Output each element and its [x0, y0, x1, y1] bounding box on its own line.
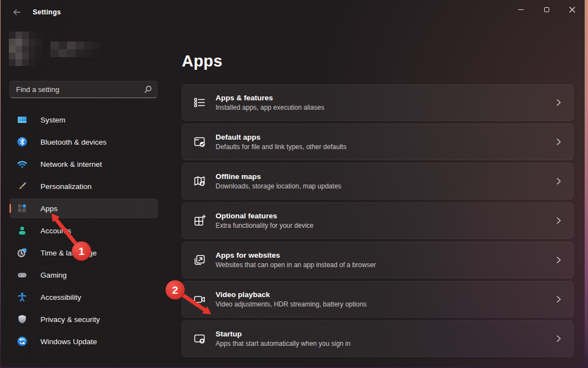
sidebar-item-accounts[interactable]: Accounts	[9, 221, 158, 241]
bluetooth-icon	[17, 136, 28, 147]
sidebar-item-network[interactable]: Network & internet	[9, 154, 158, 174]
sidebar-item-label: Accessibility	[40, 293, 81, 301]
maximize-button[interactable]	[534, 0, 559, 19]
sidebar-item-system[interactable]: System	[9, 110, 158, 130]
titlebar: Settings	[1, 0, 585, 24]
card-subtitle: Extra functionality for your device	[216, 222, 555, 229]
close-button[interactable]	[559, 0, 585, 19]
accounts-person-icon	[17, 225, 28, 236]
sidebar-item-personalization[interactable]: Personalization	[9, 176, 158, 196]
system-icon	[17, 114, 28, 125]
card-title: Video playback	[216, 290, 555, 299]
card-title: Optional features	[216, 212, 555, 220]
sidebar-item-gaming[interactable]: Gaming	[9, 265, 158, 285]
privacy-shield-icon	[17, 314, 28, 325]
card-apps-features[interactable]: Apps & features Installed apps, app exec…	[182, 84, 574, 121]
card-subtitle: Websites that can open in an app instead…	[216, 261, 555, 269]
accessibility-person-icon	[17, 292, 28, 303]
settings-cards: Apps & features Installed apps, app exec…	[182, 84, 574, 357]
card-subtitle: Installed apps, app execution aliases	[216, 104, 555, 111]
network-wifi-icon	[17, 159, 28, 170]
card-optional-features[interactable]: Optional features Extra functionality fo…	[182, 202, 574, 239]
sidebar-item-windows-update[interactable]: Windows Update	[9, 331, 158, 351]
card-startup[interactable]: Startup Apps that start automatically wh…	[182, 320, 574, 357]
card-title: Default apps	[216, 133, 555, 141]
minimize-button[interactable]	[508, 0, 534, 19]
sidebar-item-label: Network & internet	[40, 160, 102, 168]
sidebar-item-apps[interactable]: Apps	[9, 198, 158, 218]
card-subtitle: Video adjustments, HDR streaming, batter…	[216, 300, 555, 308]
card-subtitle: Apps that start automatically when you s…	[216, 340, 555, 347]
chevron-right-icon	[555, 295, 562, 303]
user-profile[interactable]	[9, 32, 158, 66]
sidebar-item-label: Windows Update	[40, 338, 97, 346]
settings-window: Settings	[1, 0, 585, 367]
sidebar: System Bluetooth & devices	[1, 24, 167, 367]
card-title: Offline maps	[216, 172, 555, 181]
sidebar-item-label: Personalization	[40, 182, 91, 191]
window-title: Settings	[33, 8, 61, 16]
optional-features-icon	[193, 214, 206, 227]
sidebar-item-label: Time & language	[40, 249, 97, 257]
sidebar-item-label: Accounts	[40, 227, 71, 235]
sidebar-item-label: Privacy & security	[40, 315, 100, 324]
card-offline-maps[interactable]: Offline maps Downloads, storage location…	[182, 163, 574, 200]
sidebar-item-time-language[interactable]: Time & language	[9, 243, 158, 263]
sidebar-item-privacy-security[interactable]: Privacy & security	[9, 309, 158, 329]
sidebar-item-label: Bluetooth & devices	[40, 138, 106, 146]
card-apps-for-websites[interactable]: Apps for websites Websites that can open…	[182, 242, 574, 278]
personalization-brush-icon	[17, 181, 28, 192]
sidebar-item-label: Apps	[40, 205, 58, 213]
time-language-clock-icon	[17, 247, 28, 258]
card-title: Apps & features	[216, 94, 555, 102]
apps-features-icon	[193, 96, 206, 109]
chevron-right-icon	[555, 335, 562, 343]
card-default-apps[interactable]: Default apps Defaults for file and link …	[182, 124, 574, 160]
avatar	[9, 32, 42, 66]
close-icon	[569, 7, 575, 13]
search-input[interactable]	[9, 81, 157, 98]
page-title: Apps	[182, 52, 585, 70]
apps-icon	[17, 203, 28, 214]
card-title: Apps for websites	[216, 251, 555, 259]
video-playback-icon	[193, 293, 206, 306]
sidebar-item-bluetooth[interactable]: Bluetooth & devices	[9, 132, 158, 152]
default-apps-icon	[193, 135, 206, 149]
search-icon	[144, 85, 152, 94]
offline-maps-icon	[193, 175, 206, 188]
sidebar-item-label: Gaming	[40, 271, 67, 279]
sidebar-item-label: System	[40, 116, 65, 124]
chevron-right-icon	[555, 99, 562, 106]
card-video-playback[interactable]: Video playback Video adjustments, HDR st…	[182, 281, 574, 318]
card-subtitle: Downloads, storage location, map updates	[216, 182, 555, 190]
sidebar-item-accessibility[interactable]: Accessibility	[9, 287, 158, 307]
back-arrow-icon	[12, 8, 21, 17]
maximize-icon	[544, 7, 549, 12]
user-name-blurred	[50, 42, 100, 57]
chevron-right-icon	[555, 138, 562, 146]
card-subtitle: Defaults for file and link types, other …	[216, 143, 555, 151]
apps-for-websites-icon	[193, 253, 206, 267]
minimize-icon	[518, 9, 524, 10]
main-content: Apps Apps & features Installed apps, app…	[167, 24, 585, 367]
back-button[interactable]	[8, 5, 25, 19]
startup-icon	[193, 332, 206, 345]
chevron-right-icon	[555, 217, 562, 224]
chevron-right-icon	[555, 177, 562, 185]
chevron-right-icon	[555, 256, 562, 264]
sidebar-nav: System Bluetooth & devices	[9, 110, 158, 351]
card-title: Startup	[216, 330, 555, 338]
gaming-controller-icon	[17, 269, 28, 280]
windows-update-icon	[17, 336, 28, 347]
